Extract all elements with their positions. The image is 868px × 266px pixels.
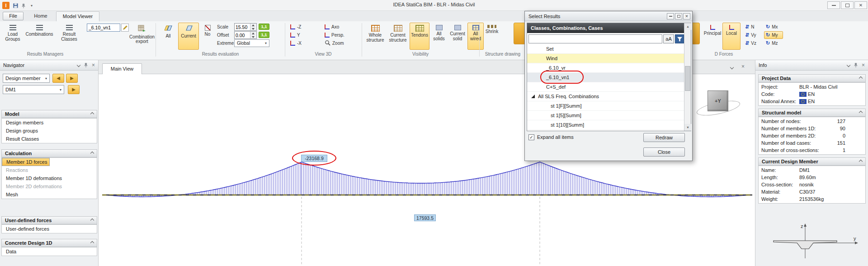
minimize-button[interactable]	[827, 1, 840, 9]
force-vz-toggle[interactable]: ⇵Vz	[743, 39, 762, 47]
section-structural-model[interactable]: Structural model	[758, 109, 866, 117]
offset-input[interactable]	[235, 32, 250, 38]
pin-icon[interactable]	[83, 62, 89, 68]
scroll-down-icon[interactable]: ▼	[684, 124, 691, 131]
save-icon[interactable]	[12, 2, 19, 9]
go-to-member-button[interactable]: ▶	[68, 85, 80, 94]
dialog-maximize-button[interactable]	[675, 13, 682, 19]
shrink-button[interactable]: Shrink	[482, 23, 502, 50]
scroll-up-icon[interactable]: ▲	[684, 23, 691, 30]
current-results-button[interactable]: Current	[178, 23, 199, 50]
moment-mz-toggle[interactable]: ↻Mz	[764, 39, 783, 47]
nav-item-design-groups[interactable]: Design groups	[2, 127, 97, 135]
all-solids-button[interactable]: All solids	[430, 23, 448, 50]
tab-home[interactable]: Home	[27, 12, 54, 20]
tendons-button[interactable]: Tendons	[410, 23, 429, 50]
result-class-field[interactable]	[87, 24, 120, 32]
force-vy-toggle[interactable]: ⇵Vy	[743, 31, 762, 39]
view-neg-x-button[interactable]: -X	[288, 39, 321, 47]
previous-member-button[interactable]: ◀	[52, 74, 64, 83]
list-group-item[interactable]: All SLS Freq. Combinations	[527, 92, 684, 101]
view-persp-button[interactable]: Persp.	[323, 31, 359, 39]
next-member-button[interactable]: ▶	[66, 74, 78, 83]
nav-item-result-classes[interactable]: Result Classes	[2, 135, 97, 143]
view-y-button[interactable]: Y	[288, 31, 321, 39]
force-n-toggle[interactable]: ⇵N	[743, 23, 762, 31]
section-current-design-member[interactable]: Current Design Member	[758, 157, 866, 166]
nav-item-mesh[interactable]: Mesh	[2, 190, 97, 199]
whole-structure-button[interactable]: Whole structure	[364, 23, 386, 50]
nav-item-member-1d-forces[interactable]: Member 1D forces	[2, 158, 50, 166]
list-item-selected[interactable]: _6.10_vn1	[527, 73, 684, 82]
list-item[interactable]: C+S_def	[527, 82, 684, 92]
filter-button[interactable]	[675, 34, 684, 43]
stepper-buttons[interactable]	[250, 32, 256, 38]
nav-item-member-1d-deformations[interactable]: Member 1D deformations	[2, 174, 97, 182]
offset-stepper[interactable]	[234, 31, 257, 39]
view-zoom-button[interactable]: Zoom	[323, 39, 359, 47]
stepper-buttons[interactable]	[250, 24, 256, 30]
extreme-select[interactable]: Global▾	[234, 39, 269, 47]
close-icon[interactable]: ×	[741, 64, 745, 69]
list-item[interactable]: st 1[10][Summ]	[527, 120, 684, 130]
moment-mx-toggle[interactable]: ↻Mx	[764, 23, 783, 31]
member-select[interactable]: DM1▾	[3, 85, 64, 94]
current-solid-button[interactable]: Current solid	[448, 23, 467, 50]
close-icon[interactable]: ×	[862, 62, 865, 68]
list-item[interactable]: Wind	[527, 54, 684, 63]
result-classes-button[interactable]: Result Classes	[55, 23, 83, 50]
nav-item-user-defined-forces[interactable]: User-defined forces	[2, 225, 97, 233]
search-input[interactable]	[528, 34, 662, 43]
list-item[interactable]: Set	[527, 44, 684, 54]
list-item[interactable]: st 1[5][Summ]	[527, 111, 684, 120]
principal-forces-button[interactable]: Principal	[703, 23, 722, 50]
local-forces-button[interactable]: Local	[722, 23, 741, 50]
chevron-down-icon[interactable]	[730, 66, 734, 69]
nav-item-member-2d-deformations[interactable]: Member 2D deformations	[2, 182, 97, 190]
pin-icon[interactable]	[853, 62, 859, 68]
expand-all-checkbox[interactable]: ✓	[528, 134, 534, 140]
list-item[interactable]: st 1[F][Summ]	[527, 101, 684, 111]
tab-main-view[interactable]: Main View	[102, 63, 142, 74]
nav-item-reactions[interactable]: Reactions	[2, 166, 97, 174]
scrollbar-thumb[interactable]	[685, 66, 690, 91]
chevron-down-icon[interactable]	[77, 63, 80, 67]
section-project-data[interactable]: Project Data	[758, 74, 866, 82]
maximize-button[interactable]	[841, 1, 854, 9]
current-structure-button[interactable]: Current structure	[387, 23, 409, 50]
moment-my-toggle[interactable]: ↻My	[764, 31, 783, 39]
scale-input[interactable]	[235, 24, 250, 30]
dialog-close-icon[interactable]: ✕	[683, 13, 690, 19]
close-button[interactable]: Close	[643, 147, 685, 157]
tab-file[interactable]: File	[3, 12, 24, 20]
chevron-down-icon[interactable]	[847, 63, 850, 67]
view-axo-button[interactable]: Axo	[323, 23, 359, 31]
all-results-button[interactable]: All	[159, 23, 177, 50]
scale-badge[interactable]: 1,1	[259, 24, 269, 30]
edit-pen-icon[interactable]	[121, 24, 129, 32]
orientation-cube[interactable]: +Y	[708, 90, 728, 111]
all-wired-button[interactable]: All wired	[467, 23, 484, 50]
nav-item-data[interactable]: Data	[2, 247, 97, 256]
nav-item-design-members[interactable]: Design members	[2, 119, 97, 127]
scale-stepper[interactable]	[234, 23, 257, 31]
match-case-button[interactable]: aA	[663, 34, 674, 43]
redraw-button[interactable]: Redraw	[643, 133, 685, 142]
dialog-minimize-button[interactable]	[667, 13, 674, 19]
close-button[interactable]: ✕	[854, 1, 867, 9]
offset-badge[interactable]: 1,1	[259, 32, 269, 38]
scrollbar[interactable]: ▲ ▼	[684, 23, 691, 131]
tab-model-viewer[interactable]: Model Viewer	[56, 11, 99, 21]
section-model[interactable]: Model	[1, 110, 97, 118]
member-type-select[interactable]: Design member▾	[3, 74, 50, 83]
pin-icon[interactable]	[20, 2, 27, 9]
section-user-defined-forces[interactable]: User-defined forces	[1, 216, 97, 224]
load-groups-button[interactable]: Load Groups	[2, 23, 24, 50]
combination-export-button[interactable]: Combination export	[128, 23, 156, 50]
section-concrete-design-1d[interactable]: Concrete Design 1D	[1, 239, 97, 247]
close-icon[interactable]: ×	[92, 62, 95, 68]
section-calculation[interactable]: Calculation	[1, 149, 97, 157]
view-neg-z-button[interactable]: -Z	[288, 23, 321, 31]
no-extreme-button[interactable]: No	[201, 23, 214, 50]
list-item[interactable]: _6.10_vr	[527, 63, 684, 73]
